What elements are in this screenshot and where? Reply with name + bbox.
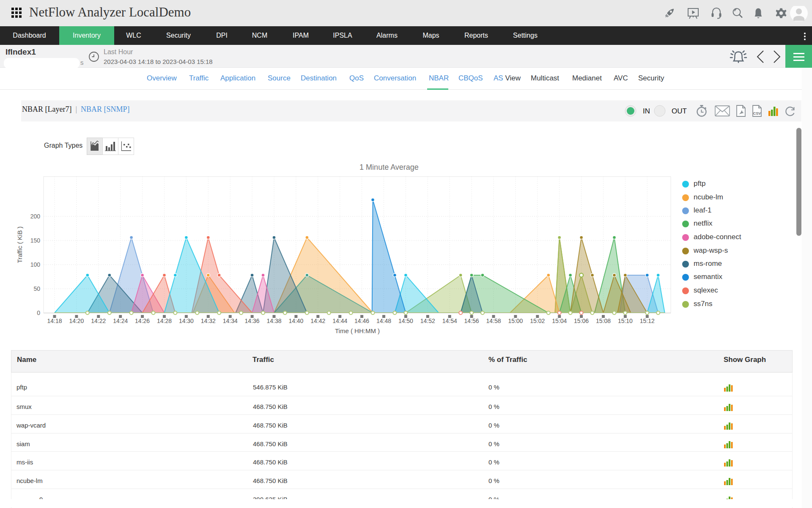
svg-text:CSV: CSV (753, 111, 761, 116)
svg-text:14:36: 14:36 (245, 318, 260, 324)
svg-text:14:46: 14:46 (354, 318, 369, 324)
svg-text:14:26: 14:26 (135, 318, 150, 324)
svg-text:14:22: 14:22 (91, 318, 106, 324)
svg-text:14:40: 14:40 (288, 318, 303, 324)
svg-text:15:10: 15:10 (618, 318, 633, 324)
svg-text:14:42: 14:42 (310, 318, 325, 324)
svg-text:14:24: 14:24 (113, 318, 128, 324)
svg-text:14:34: 14:34 (223, 318, 238, 324)
svg-text:Time ( HH:MM ): Time ( HH:MM ) (335, 327, 380, 334)
svg-text:15:00: 15:00 (508, 318, 523, 324)
svg-text:14:28: 14:28 (157, 318, 172, 324)
svg-text:15:04: 15:04 (552, 318, 567, 324)
svg-text:200: 200 (30, 213, 41, 220)
svg-text:150: 150 (30, 237, 41, 244)
svg-text:15:12: 15:12 (640, 318, 655, 324)
svg-text:14:20: 14:20 (69, 318, 84, 324)
svg-text:14:52: 14:52 (420, 318, 435, 324)
svg-text:100: 100 (30, 261, 41, 268)
svg-text:14:44: 14:44 (332, 318, 347, 324)
svg-text:14:48: 14:48 (376, 318, 391, 324)
svg-text:14:50: 14:50 (398, 318, 413, 324)
svg-text:15:02: 15:02 (530, 318, 545, 324)
svg-text:14:18: 14:18 (47, 318, 62, 324)
svg-text:50: 50 (33, 285, 40, 292)
svg-text:14:56: 14:56 (464, 318, 479, 324)
svg-text:15:08: 15:08 (596, 318, 611, 324)
svg-text:14:58: 14:58 (486, 318, 501, 324)
svg-text:15:06: 15:06 (574, 318, 589, 324)
svg-text:14:38: 14:38 (266, 318, 281, 324)
svg-text:14:30: 14:30 (179, 318, 194, 324)
svg-text:0: 0 (37, 309, 40, 316)
svg-text:Traffic ( KiB ): Traffic ( KiB ) (16, 226, 23, 263)
svg-text:14:54: 14:54 (442, 318, 457, 324)
svg-text:14:32: 14:32 (201, 318, 216, 324)
